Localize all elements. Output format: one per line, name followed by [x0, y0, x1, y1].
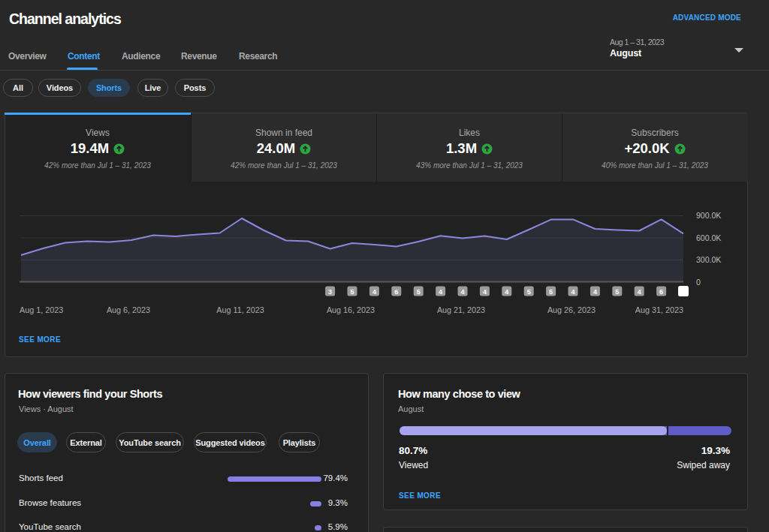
svg-text:Aug 31, 2023: Aug 31, 2023 — [635, 305, 683, 314]
svg-text:Aug 16, 2023: Aug 16, 2023 — [327, 305, 375, 314]
svg-text:3: 3 — [328, 288, 332, 296]
svg-text:5: 5 — [549, 288, 553, 296]
svg-text:900.0K: 900.0K — [696, 211, 721, 220]
svg-text:Aug 21, 2023: Aug 21, 2023 — [437, 305, 485, 314]
svg-text:600.0K: 600.0K — [696, 233, 721, 242]
svg-text:5: 5 — [417, 288, 421, 296]
svg-text:4: 4 — [638, 288, 641, 296]
svg-text:300.0K: 300.0K — [696, 255, 721, 264]
svg-text:4: 4 — [460, 288, 464, 296]
svg-text:0: 0 — [696, 278, 701, 287]
svg-text:6: 6 — [394, 288, 398, 296]
svg-text:Aug 26, 2023: Aug 26, 2023 — [547, 305, 596, 314]
svg-text:Aug 6, 2023: Aug 6, 2023 — [107, 305, 150, 314]
svg-text:6: 6 — [659, 288, 663, 296]
svg-text:Aug 1, 2023: Aug 1, 2023 — [20, 305, 63, 314]
svg-text:4: 4 — [372, 288, 376, 296]
svg-text:4: 4 — [505, 288, 508, 296]
svg-text:4: 4 — [439, 288, 442, 296]
svg-text:Aug 11, 2023: Aug 11, 2023 — [216, 305, 264, 314]
svg-text:5: 5 — [350, 288, 354, 296]
svg-text:4: 4 — [483, 288, 487, 296]
svg-text:4: 4 — [571, 288, 574, 296]
svg-text:5: 5 — [527, 288, 531, 296]
svg-text:5: 5 — [615, 288, 619, 296]
svg-text:4: 4 — [593, 288, 597, 296]
